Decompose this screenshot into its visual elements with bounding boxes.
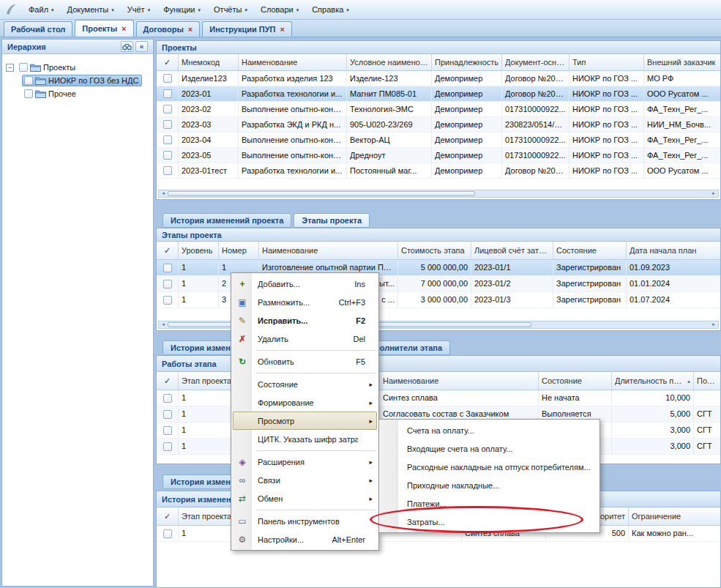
project-row[interactable]: 2023-01 Разработка технологии и... Магни… [157,86,720,102]
menubar-item[interactable]: Справка ▾ [305,0,356,19]
context-menu-item[interactable]: ✎ Исправить... F2 [233,311,377,330]
column-header-name[interactable]: Наименование [239,54,347,70]
column-header-department[interactable]: Подразделение [694,372,721,390]
project-row[interactable]: 2023-01тест Разработка технологии и... П… [157,163,720,179]
scroll-thumb[interactable] [168,191,475,196]
row-checkbox[interactable] [163,120,172,129]
row-checkbox[interactable] [163,264,172,272]
row-checkbox[interactable] [163,89,172,98]
column-header-type[interactable]: Тип [569,54,644,70]
project-row[interactable]: 2023-05 Выполнение опытно-конс... Дредно… [157,148,720,163]
column-header-document[interactable]: Документ-основание [502,54,569,70]
check-column-header[interactable]: ✓ [157,372,179,390]
tree-node[interactable]: НИОКР по ГОЗ без НДС [22,74,142,87]
column-header-customer[interactable]: Внешний заказчик [644,54,721,70]
menu-item-shortcut: F2 [356,316,365,325]
column-header-name[interactable]: Наименование [380,372,539,390]
tree-checkbox[interactable] [24,76,33,85]
scroll-right-button[interactable]: ► [709,190,718,197]
menubar-item[interactable]: Документы ▾ [61,0,121,19]
check-column-header[interactable]: ✓ [157,54,179,70]
row-checkbox[interactable] [163,74,172,83]
submenu-item[interactable]: Затраты... [381,513,598,531]
context-menu-item[interactable]: ▣ Размножить... Ctrl+F3 [233,293,377,311]
project-row[interactable]: 2023-04 Выполнение опытно-конс... Вектор… [157,133,720,148]
scroll-right-button[interactable]: ► [709,321,718,328]
menu-item-label: Связи [252,476,358,485]
menubar-item[interactable]: Функции ▾ [157,0,207,19]
collapse-panel-button[interactable]: « [135,41,148,52]
horizontal-scrollbar[interactable]: ◄ ► [158,190,719,198]
menubar-item[interactable]: Словари ▾ [254,0,305,19]
row-checkbox[interactable] [163,529,172,538]
row-checkbox[interactable] [163,442,172,451]
column-header-name[interactable]: Наименование [259,242,398,259]
project-row[interactable]: 2023-02 Выполнение опытно-конс... Технол… [157,102,720,117]
context-menu-item[interactable]: + Добавить... Ins [233,275,377,293]
project-row[interactable]: 2023-03 Разработка ЭКД и РКД н... 905-U0… [157,117,720,133]
tree-checkbox[interactable] [19,63,28,72]
column-header-level[interactable]: Уровень [179,242,219,259]
context-menu-item[interactable]: ⚙ Настройки... Alt+Enter [233,530,377,548]
document-tab[interactable]: Проекты × [75,20,133,37]
context-menu-item[interactable]: Формирование ▸ [233,393,377,412]
submenu-item[interactable]: Приходные накладные... [381,476,598,494]
column-header-number[interactable]: Номер [219,242,259,259]
scroll-left-button[interactable]: ◄ [159,321,168,328]
check-column-header[interactable]: ✓ [157,242,179,259]
context-menu-item[interactable]: ↻ Обновить F5 [233,352,377,371]
menubar-item[interactable]: Файл ▾ [22,0,61,19]
tree-root-node[interactable]: − Проекты [2,61,153,74]
column-header-cost[interactable]: Стоимость этапа [398,242,471,259]
submenu-item[interactable]: Платежи... [381,494,598,513]
row-checkbox[interactable] [163,410,172,419]
row-checkbox[interactable] [163,280,172,289]
column-header-constraint[interactable]: Ограничение [629,507,721,525]
panel-tab[interactable]: Этапы проекта [294,213,370,228]
check-column-header[interactable]: ✓ [157,507,179,525]
tree-checkbox[interactable] [24,89,33,98]
submenu-item[interactable]: Расходные накладные на отпуск потребител… [381,458,598,476]
column-header-state[interactable]: Состояние [553,242,627,259]
context-menu-item[interactable]: ∞ Связи ▸ [233,471,377,489]
context-menu-item[interactable]: ◈ Расширения ▸ [233,453,377,471]
tab-close-icon[interactable]: × [280,26,285,34]
row-checkbox[interactable] [163,105,172,113]
row-checkbox[interactable] [163,394,172,403]
tab-close-icon[interactable]: × [188,26,193,34]
menu-item-label: Платежи... [400,499,594,508]
row-checkbox[interactable] [163,135,172,144]
row-checkbox[interactable] [163,166,172,175]
context-menu-item[interactable]: ⇄ Обмен ▸ [233,489,377,507]
column-header-mnemocode[interactable]: Мнемокод [179,54,239,70]
menubar-item[interactable]: Отчёты ▾ [207,0,254,19]
panel-tab[interactable]: История изменений проекта [162,213,291,228]
column-header-duration[interactable]: Длительность план▴ [612,372,694,390]
chevron-down-icon: ▾ [198,7,201,12]
column-header-cond-name[interactable]: Условное наименование [347,54,432,70]
submenu-item[interactable]: Входящие счета на оплату... [381,439,598,458]
submenu-item[interactable]: Счета на оплату... [381,421,598,439]
context-menu-item[interactable]: ▭ Панель инструментов [233,512,377,530]
menubar-item[interactable]: Учёт ▾ [121,0,157,19]
tree-expander-icon[interactable]: − [6,64,14,72]
context-menu-item[interactable]: ✗ Удалить Del [233,330,377,348]
column-header-start-date[interactable]: Дата начала план [627,242,721,259]
context-menu-item[interactable]: ЦИТК. Указать шифр затрат... [233,430,377,448]
column-header-state[interactable]: Состояние [539,372,612,390]
document-tab[interactable]: Договоры × [136,21,201,37]
tree-node[interactable]: Прочее [22,87,80,100]
context-menu-item[interactable]: Просмотр ▸ [233,412,377,430]
document-tab[interactable]: Рабочий стол × [4,21,72,37]
project-row[interactable]: Изделие123 Разработка изделия 123 Издели… [157,71,720,86]
row-checkbox[interactable] [163,296,172,305]
tab-close-icon[interactable]: × [122,25,126,33]
scroll-left-button[interactable]: ◄ [159,190,168,197]
column-header-belonging[interactable]: Принадлежность [432,54,502,70]
row-checkbox[interactable] [163,426,172,435]
document-tab[interactable]: Инструкции ПУП × [202,21,292,37]
column-header-account[interactable]: Лицевой счёт затрат [471,242,553,259]
row-checkbox[interactable] [163,151,172,160]
context-menu-item[interactable]: Состояние ▸ [233,375,377,393]
find-icon[interactable] [121,41,133,52]
